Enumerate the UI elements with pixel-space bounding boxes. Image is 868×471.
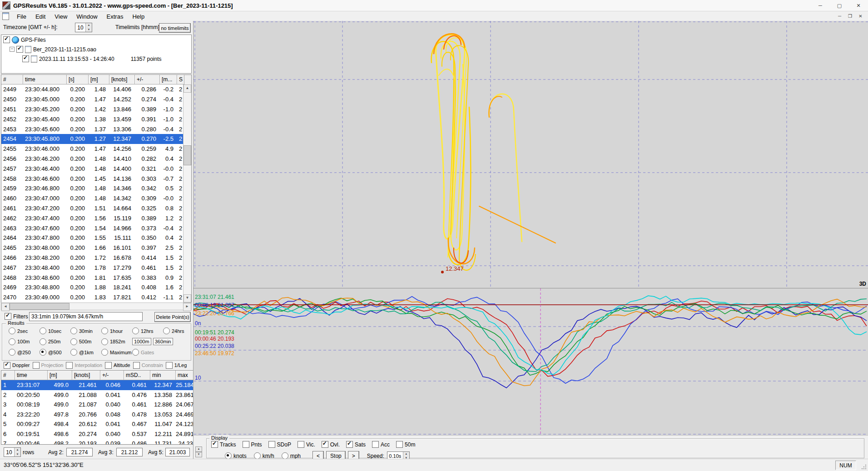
custom-distance-field[interactable]: 360min <box>153 338 173 345</box>
checkbox-sdop[interactable]: SDoP <box>268 441 291 448</box>
checkbox-vic[interactable]: Vic. <box>298 441 315 448</box>
selected-point-marker[interactable] <box>441 271 444 273</box>
table-row[interactable]: 246923:30:48.8000.2001.8818.2410.4081.62 <box>1 283 184 293</box>
tree-item-session[interactable]: 2023.11.11 13:15:53 - 14:26:40 11357 poi… <box>1 54 191 64</box>
table-row[interactable]: 246623:30:48.2000.2001.7216.6780.4141.52 <box>1 253 184 263</box>
checkbox-1leg[interactable]: 1/Leg <box>166 362 187 369</box>
gps-track-path[interactable] <box>479 206 556 243</box>
speed-graph-canvas[interactable] <box>193 288 868 435</box>
checkbox-doppler[interactable]: Doppler <box>4 362 30 369</box>
table-row[interactable]: 700:00:46498.220.1930.0390.48611.73124.2… <box>1 439 193 444</box>
checkbox-acc[interactable]: Acc <box>372 441 390 448</box>
resize-grip-icon[interactable] <box>861 464 867 470</box>
filters-summary-field[interactable]: 33:1min 19.079km 34.67km/h <box>29 312 143 321</box>
table-row[interactable]: 246023:30:47.0000.2001.4814.3420.309-0.0… <box>1 193 184 203</box>
table-row[interactable]: 245923:30:46.8000.2001.4814.3460.3420.52 <box>1 183 184 193</box>
delete-points-button[interactable]: Delete Point(s) <box>154 312 191 322</box>
table-row[interactable]: 245023:30:45.0000.2001.4714.2520.274-0.4… <box>1 94 184 104</box>
radio-250m[interactable]: 250m <box>40 338 70 345</box>
track-map[interactable]: 12.347 3D <box>193 21 868 288</box>
radio-250[interactable]: @250 <box>9 349 40 356</box>
table-row[interactable]: 247023:30:49.0000.2001.8317.8210.412-1.1… <box>1 293 184 302</box>
checkbox-sats[interactable]: Sats <box>346 441 366 448</box>
checkbox-altitude[interactable]: Altitude <box>105 362 130 369</box>
rows-spinner[interactable]: 10 ▲▼ <box>4 447 21 457</box>
column-header-6[interactable]: min <box>150 371 176 380</box>
mdi-minimize-button[interactable]: ─ <box>835 12 844 20</box>
table-row[interactable]: 246323:30:47.6000.2001.5414.9660.373-0.4… <box>1 223 184 233</box>
table-row[interactable]: 423:22:20497.820.7660.0480.47813.05324.4… <box>1 410 193 420</box>
radio-maximum[interactable]: Maximum <box>101 349 132 356</box>
timezone-spinner[interactable]: 10 ▲▼ <box>75 23 92 32</box>
track-table-hscrollbar[interactable]: ◄ ► <box>1 302 192 310</box>
mdi-close-button[interactable]: ✕ <box>856 12 865 20</box>
menu-window[interactable]: Window <box>72 11 102 21</box>
speed-graph[interactable]: 23:31:07 21.46100:08:19 21.08723:22:20 2… <box>193 288 868 435</box>
gps-track-path[interactable] <box>489 96 502 117</box>
table-row[interactable]: 244923:30:44.8000.2001.4814.4060.286-0.2… <box>1 84 184 94</box>
radio-24hrs[interactable]: 24hrs <box>163 327 194 334</box>
column-header-1[interactable]: time <box>23 75 67 84</box>
track-map-canvas[interactable]: 12.347 <box>193 21 868 288</box>
radio-500m[interactable]: 500m <box>70 338 101 345</box>
radio-10sec[interactable]: 10sec <box>40 327 70 334</box>
minimize-button[interactable]: ─ <box>811 0 830 11</box>
table-row[interactable]: 245723:30:46.4000.2001.4814.4000.321-0.0… <box>1 164 184 174</box>
gps-track-path[interactable] <box>489 94 522 242</box>
table-row[interactable]: 246223:30:47.4000.2001.5615.1190.3891.22 <box>1 213 184 223</box>
column-header-1[interactable]: time <box>15 371 48 380</box>
no-timelimits-button[interactable]: no timelimits <box>159 23 191 33</box>
filters-checkbox[interactable]: Filters <box>5 313 28 320</box>
table-row[interactable]: 245823:30:46.6000.2001.4514.1360.303-0.7… <box>1 174 184 183</box>
table-row[interactable]: 245323:30:45.6000.2001.3713.3060.280-0.4… <box>1 124 184 134</box>
column-header-7[interactable]: max <box>176 371 193 380</box>
column-header-5[interactable]: +/- <box>135 75 160 84</box>
checkbox-projection[interactable]: Projection <box>33 362 64 369</box>
table-row[interactable]: 246423:30:47.8000.2001.5515.1110.3500.42 <box>1 233 184 243</box>
column-header-0[interactable]: # <box>1 371 15 380</box>
column-header-0[interactable]: # <box>1 75 23 84</box>
checkbox-interpolation[interactable]: Interpolation <box>66 362 102 369</box>
radio-knots[interactable]: knots <box>225 452 247 459</box>
radio-30min[interactable]: 30min <box>70 327 101 334</box>
track-table-vscrollbar[interactable]: ▲ ▼ <box>183 84 191 302</box>
table-row[interactable]: 200:20:50499.021.0880.0410.47613.35823.8… <box>1 390 193 400</box>
table-row[interactable]: 245623:30:46.2000.2001.4814.4100.2820.42 <box>1 154 184 164</box>
column-header-4[interactable]: [knots] <box>109 75 135 84</box>
mdi-child-icon[interactable] <box>2 12 9 20</box>
close-button[interactable]: ✕ <box>849 0 868 11</box>
table-row[interactable]: 600:19:51498.620.2740.0400.53712.21124.8… <box>1 429 193 439</box>
radio-1km[interactable]: @1km <box>70 349 101 356</box>
column-header-2[interactable]: [s] <box>67 75 89 84</box>
menu-extras[interactable]: Extras <box>102 11 128 21</box>
radio-gates[interactable]: Gates <box>132 349 163 356</box>
column-header-3[interactable]: [knots] <box>72 371 100 380</box>
radio-1hour[interactable]: 1hour <box>101 327 132 334</box>
checkbox-ovl[interactable]: Ovl. <box>322 441 340 448</box>
checkbox-pnts[interactable]: Pnts <box>243 441 262 448</box>
menu-view[interactable]: View <box>50 11 72 21</box>
table-row[interactable]: 246123:30:47.2000.2001.5114.6640.3250.82 <box>1 203 184 213</box>
checkbox-constrain[interactable]: Constrain <box>133 362 163 369</box>
mdi-restore-button[interactable]: ❐ <box>845 12 855 20</box>
table-row[interactable]: 245123:30:45.2000.2001.4213.8460.389-1.0… <box>1 104 184 114</box>
custom-distance-field[interactable]: 1000m <box>132 338 151 345</box>
tree-item-file[interactable]: − Ber_2023-11-11-1215.oao <box>1 45 191 54</box>
menu-help[interactable]: Help <box>128 11 149 21</box>
radio-mph[interactable]: mph <box>282 452 301 459</box>
table-row[interactable]: 246823:30:48.6000.2001.8117.6350.3830.92 <box>1 273 184 283</box>
tree-checkbox[interactable] <box>3 36 10 43</box>
table-row[interactable]: 300:08:19499.021.0870.0400.46112.88624.0… <box>1 400 193 410</box>
radio-kmh[interactable]: km/h <box>254 452 274 459</box>
table-row[interactable]: 246723:30:48.4000.2001.7817.2790.4611.52 <box>1 263 184 273</box>
display-spinner[interactable]: ▲▼ <box>195 446 202 457</box>
table-row[interactable]: 245223:30:45.4000.2001.3813.4590.391-1.0… <box>1 114 184 124</box>
tree-checkbox[interactable] <box>16 46 23 53</box>
checkbox-50m[interactable]: 50m <box>396 441 415 448</box>
tree-item-gps-files[interactable]: GPS-Files <box>1 35 191 45</box>
column-header-7[interactable]: S <box>177 75 184 84</box>
menu-file[interactable]: File <box>12 11 31 21</box>
table-row[interactable]: 500:09:27498.420.6120.0410.46711.04724.1… <box>1 419 193 429</box>
collapse-icon[interactable]: − <box>10 47 15 52</box>
radio-500[interactable]: @500 <box>40 349 70 356</box>
